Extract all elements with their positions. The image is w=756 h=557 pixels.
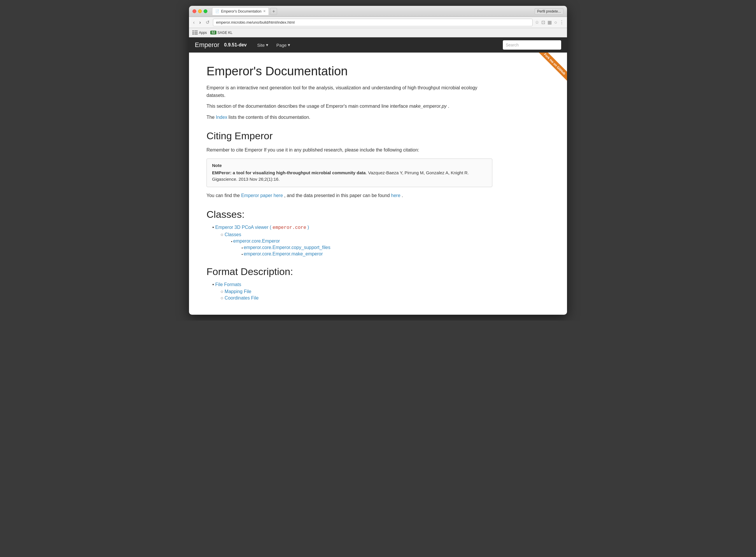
site-navigation: Emperor 0.9.51-dev Site ▾ Page ▾ Search xyxy=(189,37,567,53)
address-icons: ☆ ⊡ ▦ ○ ⋮ xyxy=(535,20,564,25)
close-button[interactable] xyxy=(192,9,196,13)
intro-paragraph-1: Emperor is an interactive next generatio… xyxy=(207,84,492,99)
sub-sub-sub-list: emperor.core.Emperor.copy_support_files … xyxy=(242,245,492,257)
fork-ribbon[interactable]: Fork me on GitHub xyxy=(532,53,567,88)
traffic-lights xyxy=(192,9,208,13)
cite-text: Remember to cite Emperor If you use it i… xyxy=(207,146,492,154)
classes-sub-link[interactable]: Classes xyxy=(225,232,241,237)
page-title: Emperor's Documentation xyxy=(207,64,492,78)
sub-list: Classes emperor.core.Emperor emperor.cor… xyxy=(220,232,492,257)
apps-bookmark[interactable]: Apps xyxy=(192,30,207,35)
list-item: emperor.core.Emperor emperor.core.Empero… xyxy=(231,238,492,257)
new-tab-button[interactable]: + xyxy=(270,8,277,15)
address-bar: ‹ › ↺ emperor.microbio.me/uno/build/html… xyxy=(189,17,567,28)
format-list: File Formats Mapping File Coordinates Fi… xyxy=(212,282,492,301)
data-here-link[interactable]: here xyxy=(391,193,401,198)
classes-title: Classes: xyxy=(207,209,492,220)
list-item: Mapping File xyxy=(220,289,492,294)
main-content: Fork me on GitHub Emperor's Documentatio… xyxy=(189,53,567,315)
make-emperor-link[interactable]: emperor.core.Emperor.make_emperor xyxy=(244,251,323,256)
content-body: Emperor's Documentation Emperor is an in… xyxy=(189,53,510,315)
sage-bookmark[interactable]: S2 SAGE KL xyxy=(210,31,232,35)
star-icon[interactable]: ☆ xyxy=(535,20,539,25)
classes-list: Emperor 3D PCoA viewer ( emperor.core ) … xyxy=(212,225,492,257)
site-version: 0.9.51-dev xyxy=(224,42,247,48)
coordinates-file-link[interactable]: Coordinates File xyxy=(225,295,259,300)
fork-ribbon-label: Fork me on GitHub xyxy=(538,53,567,81)
browser-window: 📄 Emperor's Documentation ✕ + Perfil pre… xyxy=(189,6,567,315)
emperor-core-link[interactable]: emperor.core.Emperor xyxy=(233,238,280,243)
forward-button[interactable]: › xyxy=(198,19,202,26)
list-item: emperor.core.Emperor.copy_support_files xyxy=(242,245,492,250)
file-formats-link[interactable]: File Formats xyxy=(215,282,241,287)
tab-title: Emperor's Documentation xyxy=(221,9,261,13)
list-item: File Formats Mapping File Coordinates Fi… xyxy=(212,282,492,301)
profile-button[interactable]: Perfil predete... xyxy=(535,8,564,14)
list-item: Emperor 3D PCoA viewer ( emperor.core ) … xyxy=(212,225,492,257)
paper-text: You can find the Emperor paper here , an… xyxy=(207,192,492,199)
note-label: Note xyxy=(212,163,487,168)
list-item: emperor.core.Emperor.make_emperor xyxy=(242,251,492,257)
intro-paragraph-2: This section of the documentation descri… xyxy=(207,102,492,110)
emperor-3d-link[interactable]: Emperor 3D PCoA viewer ( emperor.core ) xyxy=(215,225,309,230)
url-input[interactable]: emperor.microbio.me/uno/build/html/index… xyxy=(213,19,533,26)
sub-sub-list: emperor.core.Emperor emperor.core.Empero… xyxy=(231,238,492,257)
note-box: Note EMPeror: a tool for visualizing hig… xyxy=(207,158,492,187)
chevron-down-icon: ▾ xyxy=(266,42,268,48)
refresh-button[interactable]: ↺ xyxy=(204,19,211,26)
site-brand[interactable]: Emperor xyxy=(195,41,219,49)
site-nav-links: Site ▾ Page ▾ xyxy=(254,40,503,49)
tab-bar: 📄 Emperor's Documentation ✕ + xyxy=(212,7,532,16)
emperor-paper-link[interactable]: Emperor paper here xyxy=(241,193,283,198)
cast-icon[interactable]: ⊡ xyxy=(541,20,545,25)
maximize-button[interactable] xyxy=(203,9,208,13)
site-menu[interactable]: Site ▾ xyxy=(254,40,272,49)
format-title: Format Description: xyxy=(207,266,492,277)
list-item: Coordinates File xyxy=(220,295,492,301)
index-link[interactable]: Index xyxy=(216,115,227,120)
chevron-down-icon-2: ▾ xyxy=(288,42,290,48)
back-button[interactable]: ‹ xyxy=(192,19,196,26)
extensions-icon[interactable]: ▦ xyxy=(547,20,552,25)
tab-close-icon[interactable]: ✕ xyxy=(263,9,266,13)
active-tab[interactable]: 📄 Emperor's Documentation ✕ xyxy=(212,7,269,16)
format-sub-list: Mapping File Coordinates File xyxy=(220,289,492,301)
note-content: EMPeror: a tool for visualizing high-thr… xyxy=(212,170,487,183)
bookmarks-bar: Apps S2 SAGE KL xyxy=(189,28,567,37)
user-icon[interactable]: ○ xyxy=(554,20,557,25)
intro-paragraph-3: The Index lists the contents of this doc… xyxy=(207,114,492,121)
copy-support-link[interactable]: emperor.core.Emperor.copy_support_files xyxy=(244,245,330,250)
settings-icon[interactable]: ⋮ xyxy=(559,20,564,25)
mapping-file-link[interactable]: Mapping File xyxy=(225,289,251,294)
citing-title: Citing Emperor xyxy=(207,130,492,142)
list-item: Classes emperor.core.Emperor emperor.cor… xyxy=(220,232,492,257)
sage-icon: S2 xyxy=(210,31,216,34)
page-menu[interactable]: Page ▾ xyxy=(273,40,294,49)
search-input[interactable]: Search xyxy=(503,40,561,50)
make-emperor-code: make_emperor.py xyxy=(409,104,446,109)
apps-grid-icon xyxy=(192,30,198,35)
title-bar: 📄 Emperor's Documentation ✕ + Perfil pre… xyxy=(189,6,567,17)
tab-page-icon: 📄 xyxy=(215,9,219,13)
minimize-button[interactable] xyxy=(198,9,202,13)
